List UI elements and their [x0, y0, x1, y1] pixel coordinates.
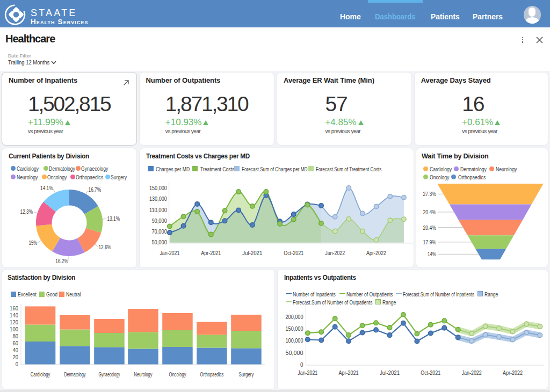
svg-text:Jul-2021: Jul-2021: [242, 250, 262, 256]
svg-text:100: 100: [10, 326, 18, 332]
svg-text:0: 0: [300, 361, 303, 368]
svg-text:Apr-2021: Apr-2021: [338, 369, 358, 376]
svg-text:Cardiology: Cardiology: [31, 371, 50, 378]
svg-text:12.6%: 12.6%: [98, 244, 111, 250]
svg-text:60: 60: [12, 340, 18, 346]
svg-text:50,000: 50,000: [285, 350, 303, 356]
svg-text:16.2%: 16.2%: [55, 258, 68, 264]
svg-text:40: 40: [12, 347, 18, 353]
svg-text:0: 0: [16, 361, 18, 367]
svg-text:Jan-2022: Jan-2022: [325, 250, 345, 256]
svg-text:130,000: 130,000: [149, 195, 167, 202]
svg-text:Orthopaedics: Orthopaedics: [200, 371, 224, 378]
svg-text:Jul-2021: Jul-2021: [380, 369, 400, 376]
svg-text:Apr-2022: Apr-2022: [366, 250, 386, 256]
svg-text:120: 120: [10, 319, 18, 325]
svg-text:14%: 14%: [428, 251, 436, 257]
svg-text:70,000: 70,000: [151, 228, 167, 235]
svg-text:Oct-2021: Oct-2021: [421, 369, 440, 376]
svg-text:16.7%: 16.7%: [89, 186, 102, 193]
svg-text:Jan-2021: Jan-2021: [160, 250, 179, 256]
svg-text:100,000: 100,000: [285, 337, 303, 344]
svg-text:20.4%: 20.4%: [423, 209, 437, 215]
svg-text:14.1%: 14.1%: [40, 185, 53, 191]
svg-text:Apr-2021: Apr-2021: [201, 250, 221, 256]
svg-text:Jan-2021: Jan-2021: [298, 369, 317, 376]
svg-text:Gynaecology: Gynaecology: [99, 371, 120, 378]
svg-text:17.9%: 17.9%: [423, 239, 437, 245]
svg-text:200,000: 200,000: [285, 314, 303, 320]
svg-text:Oncology: Oncology: [169, 371, 187, 378]
svg-text:Surgery: Surgery: [239, 371, 255, 378]
svg-text:Oct-2021: Oct-2021: [284, 250, 303, 256]
svg-text:20: 20: [12, 354, 18, 360]
svg-text:50,000: 50,000: [151, 239, 167, 245]
svg-text:Dermatology: Dermatology: [64, 371, 86, 378]
svg-text:90,000: 90,000: [151, 217, 167, 224]
svg-text:20.4%: 20.4%: [423, 224, 437, 231]
svg-text:140: 140: [10, 312, 18, 318]
svg-text:160: 160: [10, 305, 18, 311]
svg-text:150,000: 150,000: [285, 325, 303, 332]
svg-text:Neurology: Neurology: [134, 371, 153, 378]
svg-text:110,000: 110,000: [149, 207, 167, 213]
svg-text:12.3%: 12.3%: [20, 208, 33, 215]
svg-text:Jan-2022: Jan-2022: [461, 369, 481, 376]
svg-text:80: 80: [12, 333, 18, 339]
svg-text:15%: 15%: [29, 239, 37, 246]
svg-text:27.3%: 27.3%: [423, 191, 437, 197]
svg-text:13.1%: 13.1%: [107, 215, 120, 222]
svg-text:150,000: 150,000: [149, 185, 167, 191]
svg-text:Apr-2022: Apr-2022: [503, 369, 523, 376]
